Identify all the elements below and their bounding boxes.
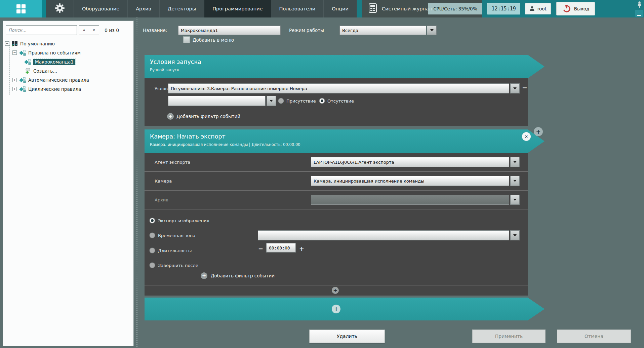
export-agent-dropdown-button[interactable] xyxy=(510,157,520,167)
tab-options[interactable]: Опции xyxy=(324,0,357,17)
export-agent-select[interactable]: LAPTOP-A1L6J0C6/1.Агент экспорта xyxy=(311,157,509,167)
add-sub-action-button[interactable]: + xyxy=(332,287,339,294)
event-condition-dropdown-button[interactable] xyxy=(510,83,520,93)
add-event-filter-icon[interactable]: + xyxy=(167,113,174,120)
remove-condition-button[interactable]: − xyxy=(522,84,527,91)
duration-input[interactable]: 00:00:00 xyxy=(266,243,296,253)
search-prev-button[interactable]: ∧ xyxy=(79,25,89,35)
conditions-header: Условия запуска Ручной запуск xyxy=(145,55,545,78)
tree-item-label: Циклические правила xyxy=(28,86,81,92)
clock: 12:15:19 xyxy=(487,3,520,14)
camera-dropdown-button[interactable] xyxy=(510,176,520,186)
tree-item-label: Автоматические правила xyxy=(28,77,89,83)
settings-gear-button[interactable] xyxy=(46,0,74,17)
create-icon xyxy=(24,68,31,74)
tree-item-macro1[interactable]: Макрокоманда1 xyxy=(3,57,133,66)
delete-button[interactable]: Удалить xyxy=(309,330,385,343)
macro-tree-panel: Поиск... ∧ ∨ 0 из 0 − П xyxy=(3,21,134,346)
collapse-panel-button[interactable] xyxy=(635,10,643,17)
logout-label: Выход xyxy=(574,6,590,11)
logout-button[interactable]: Выход xyxy=(556,2,595,15)
add-to-menu-label: Добавить в меню xyxy=(193,37,234,43)
expand-toggle-icon[interactable]: + xyxy=(12,87,17,91)
event-condition-select[interactable]: По умолчанию: 3.Камера: Распознавание но… xyxy=(168,83,509,93)
add-event-filter-link[interactable]: Добавить фильтр событий xyxy=(176,114,240,119)
export-agent-value: LAPTOP-A1L6J0C6/1.Агент экспорта xyxy=(311,157,509,167)
pin-icon[interactable] xyxy=(635,1,643,9)
tab-equipment[interactable]: Оборудование xyxy=(74,0,128,17)
gear-icon xyxy=(54,2,66,15)
tree-item-label: По умолчанию xyxy=(20,41,55,46)
tab-users[interactable]: Пользователи xyxy=(271,0,324,17)
sidebar-splitter[interactable] xyxy=(135,17,139,348)
camera-label: Камера xyxy=(155,179,172,184)
rule-icon xyxy=(24,59,31,65)
mode-dropdown-button[interactable] xyxy=(427,26,437,35)
apply-button[interactable]: Применить xyxy=(472,330,546,343)
cancel-button[interactable]: Отмена xyxy=(557,330,631,343)
collapse-toggle-icon[interactable]: − xyxy=(12,50,17,55)
tree-item-default[interactable]: − По умолчанию xyxy=(3,39,133,48)
timezone-dropdown-button[interactable] xyxy=(510,230,520,240)
expand-toggle-icon[interactable]: + xyxy=(12,78,17,82)
tab-archive[interactable]: Архив xyxy=(128,0,160,17)
secondary-condition-select[interactable] xyxy=(168,96,266,106)
duration-decrement-button[interactable]: − xyxy=(258,245,263,252)
server-icon xyxy=(11,41,18,46)
secondary-condition-value xyxy=(168,96,266,106)
search-next-button[interactable]: ∨ xyxy=(89,25,99,35)
absence-radio[interactable] xyxy=(319,98,325,104)
macro-name-input[interactable]: Макрокоманда1 xyxy=(178,26,281,35)
archive-label: Архив xyxy=(155,197,168,202)
absence-label: Отсутствие xyxy=(327,99,354,104)
search-placeholder: Поиск... xyxy=(8,28,27,33)
tab-detectors[interactable]: Детекторы xyxy=(160,0,204,17)
row-divider xyxy=(145,190,528,191)
duration-radio[interactable] xyxy=(150,248,155,253)
tree-item-automatic-rules[interactable]: + Автоматические правила xyxy=(3,75,133,84)
camera-select[interactable]: Камера, инициировавшая исполнение команд… xyxy=(311,176,509,186)
presence-radio[interactable] xyxy=(278,98,284,104)
row-divider xyxy=(145,285,528,285)
tree-item-label: Создать... xyxy=(33,68,57,74)
search-input[interactable]: Поиск... xyxy=(6,25,77,35)
add-action-bar-plus-button[interactable]: + xyxy=(332,305,340,313)
add-action-bar: + xyxy=(145,298,545,320)
collapse-toggle-icon[interactable]: − xyxy=(5,41,9,46)
duration-increment-button[interactable]: + xyxy=(299,245,304,252)
action-subtitle: Камера, инициировавшая исполнение команд… xyxy=(150,142,545,147)
export-image-label: Экспорт изображения xyxy=(158,218,209,223)
rule-icon xyxy=(19,50,26,56)
journal-label: Системный журнал xyxy=(382,6,432,11)
macro-tree: − По умолчанию − xyxy=(3,38,133,93)
conditions-subtitle: Ручной запуск xyxy=(150,68,545,72)
add-event-filter-link[interactable]: Добавить фильтр событий xyxy=(211,273,275,278)
archive-dropdown-button[interactable] xyxy=(510,195,520,205)
tree-item-label: Правила по событиям xyxy=(28,50,81,55)
tree-item-label-selected: Макрокоманда1 xyxy=(33,59,75,65)
user-icon xyxy=(529,6,535,12)
export-image-radio[interactable] xyxy=(150,218,155,223)
name-label: Название: xyxy=(143,28,167,33)
add-action-button[interactable]: + xyxy=(534,127,543,136)
tree-item-create[interactable]: Создать... xyxy=(3,66,133,75)
presence-label: Присутствие xyxy=(286,99,316,104)
secondary-condition-dropdown-button[interactable] xyxy=(267,96,276,106)
tree-item-event-rules[interactable]: − Правила по событиям xyxy=(3,48,133,57)
action-body: Агент экспорта LAPTOP-A1L6J0C6/1.Агент э… xyxy=(145,153,528,296)
tree-item-cyclic-rules[interactable]: + Циклические правила xyxy=(3,84,133,93)
finish-after-radio[interactable] xyxy=(150,263,155,268)
event-condition-value: По умолчанию: 3.Камера: Распознавание но… xyxy=(168,83,509,93)
add-to-menu-checkbox[interactable] xyxy=(183,36,190,43)
timezone-value xyxy=(258,230,509,240)
mode-select[interactable]: Всегда xyxy=(339,26,426,35)
finish-after-label: Завершить после xyxy=(158,263,198,268)
app-logo-button[interactable] xyxy=(0,0,42,17)
archive-value xyxy=(311,195,509,205)
remove-action-button[interactable]: ✕ xyxy=(522,132,531,141)
timezone-radio[interactable] xyxy=(150,233,155,238)
tab-programming[interactable]: Программирование xyxy=(204,0,271,17)
timezone-select[interactable] xyxy=(258,230,509,240)
current-user-button[interactable]: root xyxy=(525,3,551,14)
add-event-filter-icon[interactable]: + xyxy=(201,272,207,279)
